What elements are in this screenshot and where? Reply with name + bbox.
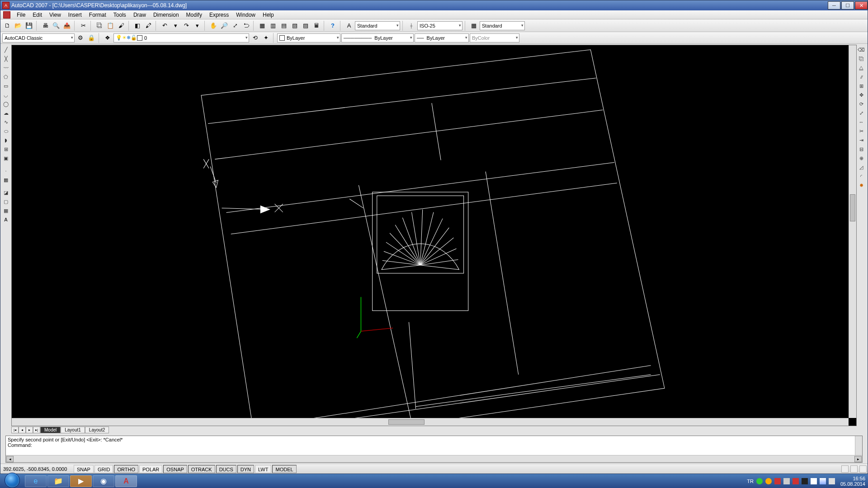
maximize-button[interactable]: ☐ (841, 1, 854, 9)
circle-icon[interactable]: ◯ (1, 100, 10, 108)
menu-draw[interactable]: Draw (130, 11, 150, 19)
match-icon[interactable]: 🖌 (116, 21, 126, 31)
table-icon[interactable]: ▦ (1, 206, 10, 215)
menu-modify[interactable]: Modify (183, 11, 206, 19)
polygon-icon[interactable]: ⬠ (1, 73, 10, 81)
scale-icon[interactable]: ⤢ (857, 109, 866, 117)
rectangle-icon[interactable]: ▭ (1, 82, 10, 90)
tray-clock[interactable]: 16:56 05.08.2014 (840, 476, 865, 487)
help-icon[interactable]: ? (328, 21, 338, 31)
vertical-scrollbar[interactable] (849, 45, 856, 418)
toggle-osnap[interactable]: OSNAP (163, 465, 187, 473)
cmd-scroll-right-icon[interactable]: ▸ (854, 456, 862, 462)
menu-insert[interactable]: Insert (65, 11, 85, 19)
spline-icon[interactable]: ∿ (1, 118, 10, 126)
task-autocad-icon[interactable]: A (115, 475, 137, 487)
tab-layout2[interactable]: Layout2 (85, 427, 109, 433)
mirror-icon[interactable]: ⧋ (857, 64, 866, 72)
ssm-icon[interactable]: ▧ (290, 21, 300, 31)
extend-icon[interactable]: ⇥ (857, 136, 866, 144)
tray-icon-6[interactable] (802, 478, 808, 484)
paint-icon[interactable]: 🖍 (143, 21, 153, 31)
arc-icon[interactable]: ◡ (1, 91, 10, 99)
stretch-icon[interactable]: ↔ (857, 118, 866, 126)
menu-window[interactable]: Window (232, 11, 259, 19)
zoom-prev-icon[interactable]: ⮌ (241, 21, 251, 31)
point-icon[interactable]: · (1, 167, 10, 175)
toggle-dyn[interactable]: DYN (237, 465, 254, 473)
dc-icon[interactable]: ▥ (268, 21, 278, 31)
tab-first-icon[interactable]: |◂ (11, 427, 19, 433)
toggle-grid[interactable]: GRID (94, 465, 113, 473)
tray-icon-4[interactable] (783, 478, 790, 484)
tablestyle-icon[interactable]: ▦ (469, 21, 479, 31)
properties-icon[interactable]: ▦ (257, 21, 267, 31)
layer-dropdown[interactable]: 💡 ☀ ❄ 🔓 0 ▾ (113, 33, 249, 42)
hatch-icon[interactable]: ▩ (1, 176, 10, 184)
linetype-dropdown[interactable]: ────────ByLayer▾ (341, 33, 414, 42)
toggle-snap[interactable]: SNAP (74, 465, 94, 473)
menu-view[interactable]: View (46, 11, 65, 19)
tab-model[interactable]: Model (40, 427, 61, 433)
cmd-vscroll[interactable] (855, 436, 862, 455)
publish-icon[interactable]: 📤 (62, 21, 72, 31)
start-button[interactable] (0, 474, 24, 488)
cmd-scroll-left-icon[interactable]: ◂ (6, 456, 14, 462)
join-icon[interactable]: ⊕ (857, 154, 866, 162)
tab-layout1[interactable]: Layout1 (61, 427, 85, 433)
fillet-icon[interactable]: ◜ (857, 172, 866, 180)
status-lock-icon[interactable] (850, 465, 858, 473)
zoom-win-icon[interactable]: ⤢ (230, 21, 240, 31)
pan-icon[interactable]: ✋ (208, 21, 218, 31)
toggle-model[interactable]: MODEL (272, 465, 296, 473)
close-button[interactable]: ✕ (855, 1, 868, 9)
markup-icon[interactable]: ▨ (301, 21, 311, 31)
cut-icon[interactable]: ✂ (78, 21, 88, 31)
toggle-lwt[interactable]: LWT (255, 465, 271, 473)
ws-settings-icon[interactable]: ⚙ (75, 33, 85, 43)
tp-icon[interactable]: ▤ (279, 21, 289, 31)
status-tray-icon[interactable] (859, 465, 867, 473)
menu-file[interactable]: File (13, 11, 29, 19)
toggle-ducs[interactable]: DUCS (216, 465, 236, 473)
status-comm-icon[interactable] (841, 465, 849, 473)
preview-icon[interactable]: 🔍 (51, 21, 61, 31)
save-icon[interactable]: 💾 (24, 21, 34, 31)
tab-next-icon[interactable]: ▸ (26, 427, 33, 433)
redo-icon[interactable]: ↷ (181, 21, 191, 31)
command-window[interactable]: Specify second point or [Exit/Undo] <Exi… (5, 436, 863, 463)
move-icon[interactable]: ✥ (857, 91, 866, 99)
offset-icon[interactable]: ⫽ (857, 73, 866, 81)
menu-format[interactable]: Format (85, 11, 110, 19)
ws-lock-icon[interactable]: 🔒 (86, 33, 96, 43)
tray-icon-3[interactable] (774, 478, 781, 484)
tab-prev-icon[interactable]: ◂ (19, 427, 26, 433)
task-media-icon[interactable]: ▶ (70, 475, 92, 487)
tray-flag-icon[interactable] (811, 478, 817, 484)
undo-icon[interactable]: ↶ (160, 21, 170, 31)
color-dropdown[interactable]: ByLayer▾ (277, 33, 340, 42)
trim-icon[interactable]: ✂ (857, 127, 866, 135)
region-icon[interactable]: ▢ (1, 197, 10, 206)
toggle-ortho[interactable]: ORTHO (114, 465, 138, 473)
plot-icon[interactable]: 🖶 (40, 21, 50, 31)
copy2-icon[interactable]: ⿻ (857, 55, 866, 63)
line-icon[interactable]: ╱ (1, 46, 10, 54)
plotstyle-dropdown[interactable]: ByColor▾ (470, 33, 519, 42)
break-icon[interactable]: ⊟ (857, 145, 866, 153)
open-icon[interactable]: 📂 (13, 21, 23, 31)
tray-volume-icon[interactable] (829, 478, 835, 484)
tray-icon-1[interactable] (756, 478, 763, 484)
array-icon[interactable]: ⊞ (857, 82, 866, 90)
redo-drop-icon[interactable]: ▾ (192, 21, 202, 31)
horizontal-scrollbar[interactable] (12, 418, 849, 426)
insert-icon[interactable]: ⊞ (1, 145, 10, 153)
chamfer-icon[interactable]: ◿ (857, 163, 866, 171)
tab-last-icon[interactable]: ▸| (33, 427, 40, 433)
new-icon[interactable]: 🗋 (2, 21, 12, 31)
layer-prev-icon[interactable]: ⟲ (250, 33, 260, 43)
tray-icon-2[interactable] (765, 478, 772, 484)
textstyle-icon[interactable]: A (344, 21, 354, 31)
makeblock-icon[interactable]: ▣ (1, 154, 10, 162)
minimize-button[interactable]: ─ (828, 1, 840, 9)
